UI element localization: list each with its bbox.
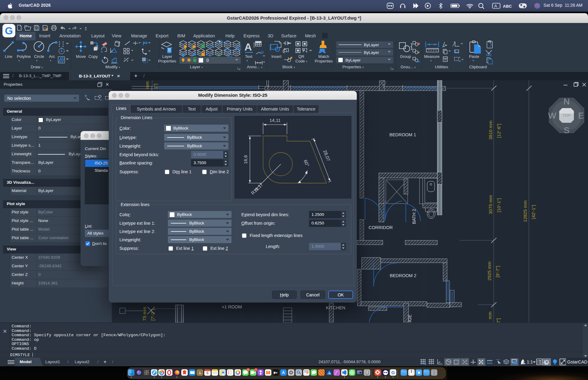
svg-text:[12'-6"]: [12'-6"] bbox=[496, 124, 501, 138]
svg-text:BEDROOM 1: BEDROOM 1 bbox=[389, 132, 416, 137]
svg-text:+1 ROOM: +1 ROOM bbox=[222, 304, 242, 309]
svg-text:mm: mm bbox=[145, 81, 150, 89]
svg-text:BEDROOM 2: BEDROOM 2 bbox=[390, 273, 416, 278]
svg-text:[10'-1"]: [10'-1"] bbox=[496, 198, 501, 213]
svg-text:60°: 60° bbox=[303, 159, 310, 167]
svg-text:E: E bbox=[578, 111, 584, 120]
svg-text:KITCHEN: KITCHEN bbox=[326, 305, 345, 310]
svg-text:A: A bbox=[494, 4, 497, 8]
svg-text:1"]: 1"] bbox=[153, 84, 158, 89]
svg-text:N: N bbox=[564, 97, 570, 106]
svg-text:12825 mm: 12825 mm bbox=[522, 201, 528, 222]
svg-text:0: 0 bbox=[206, 58, 209, 63]
svg-text:3075 mm: 3075 mm bbox=[488, 195, 493, 214]
svg-text:TOP: TOP bbox=[563, 113, 571, 118]
svg-text:ByLayer: ByLayer bbox=[364, 43, 379, 47]
svg-text:75 mm: 75 mm bbox=[142, 307, 147, 321]
svg-text:3810 mm: 3810 mm bbox=[488, 121, 493, 140]
svg-text:A: A bbox=[244, 41, 252, 53]
svg-text:W: W bbox=[548, 111, 556, 120]
svg-text:ABC: ABC bbox=[503, 4, 512, 9]
svg-text:R11,17: R11,17 bbox=[250, 182, 264, 195]
svg-text:14,11: 14,11 bbox=[270, 118, 281, 123]
svg-text:28,07: 28,07 bbox=[322, 149, 331, 162]
svg-text:[2"]: [2"] bbox=[496, 318, 501, 322]
svg-text:[7'-2"]: [7'-2"] bbox=[150, 309, 155, 321]
svg-text:ByLayer: ByLayer bbox=[364, 50, 379, 55]
svg-text:[42'-1"]: [42'-1"] bbox=[531, 205, 536, 219]
svg-text:CORRIDOR: CORRIDOR bbox=[369, 225, 393, 230]
svg-text:LEDGE: LEDGE bbox=[407, 314, 412, 322]
svg-text:[9'-7"]: [9'-7"] bbox=[495, 266, 500, 277]
svg-text:16,6: 16,6 bbox=[243, 155, 248, 164]
svg-text:S: S bbox=[564, 126, 570, 135]
svg-text:1:1: 1:1 bbox=[527, 359, 533, 364]
svg-text:2925 mm: 2925 mm bbox=[487, 261, 492, 281]
svg-text:ByLayer: ByLayer bbox=[345, 58, 361, 62]
svg-text:mm: mm bbox=[487, 312, 492, 319]
svg-text:BATH 2: BATH 2 bbox=[412, 209, 417, 224]
